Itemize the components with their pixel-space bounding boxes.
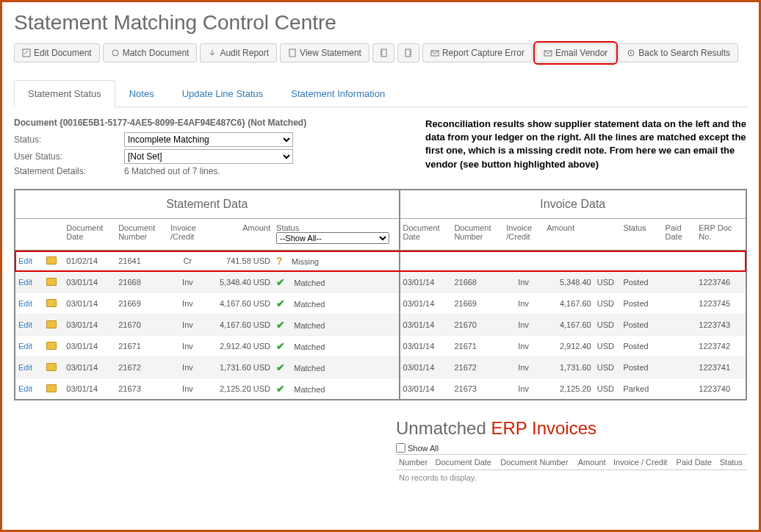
match-document-button[interactable]: Match Document	[103, 43, 198, 62]
svg-rect-4	[405, 49, 411, 57]
show-all-checkbox[interactable]	[396, 443, 405, 453]
edit-document-button[interactable]: Edit Document	[14, 43, 100, 62]
tab-statement-information[interactable]: Statement Information	[277, 80, 399, 107]
cell-paid-date	[663, 251, 696, 272]
cell-inv-cur: USD	[594, 314, 621, 336]
cell-number: 21669	[115, 293, 167, 314]
col-erp-doc-no: ERP Doc No.	[696, 219, 746, 251]
cell-inv-number	[451, 251, 503, 272]
col-status: Status	[717, 455, 747, 470]
cell-inv-status: Posted	[620, 314, 662, 336]
cell-inv-ic: Inv	[503, 378, 544, 400]
document-next-icon	[404, 48, 413, 57]
table-row: Edit01/02/1421641Cr741.58 USD? Missing	[15, 251, 746, 272]
edit-link[interactable]: Edit	[18, 256, 32, 265]
cell-amount: 741.58 USD	[208, 251, 273, 272]
tab-statement-status[interactable]: Statement Status	[14, 80, 115, 107]
cell-inv-amount	[544, 251, 594, 272]
col-doc-date: Document Date	[433, 455, 498, 470]
empty-message: No records to display.	[396, 470, 747, 486]
cell-erp: 1223746	[696, 272, 746, 293]
cell-status: ✔ Matched	[273, 357, 399, 378]
cell-inv-number: 21672	[451, 357, 503, 378]
table-row: Edit03/01/1421670Inv4,167.60 USD✔ Matche…	[15, 314, 746, 336]
cell-inv-cur: USD	[594, 272, 621, 293]
cell-paid-date	[663, 272, 696, 293]
toolbar: Edit Document Match Document Audit Repor…	[14, 43, 747, 62]
tab-notes[interactable]: Notes	[115, 80, 168, 107]
user-status-select[interactable]: [Not Set]	[124, 149, 293, 164]
cell-status: ? Missing	[273, 251, 399, 272]
cell-inv-date	[400, 251, 452, 272]
cell-date: 03/01/14	[63, 272, 115, 293]
cell-status: ✔ Matched	[273, 272, 399, 293]
cell-ic: Inv	[167, 378, 208, 400]
button-label: View Statement	[300, 48, 361, 58]
cell-ic: Inv	[167, 314, 208, 336]
folder-icon	[46, 384, 57, 392]
prev-document-button[interactable]	[372, 43, 394, 62]
folder-icon	[46, 256, 57, 265]
table-row: Edit03/01/1421668Inv5,348.40 USD✔ Matche…	[15, 272, 746, 293]
next-document-button[interactable]	[397, 43, 419, 62]
table-row: Edit03/01/1421669Inv4,167.60 USD✔ Matche…	[15, 293, 746, 314]
cell-inv-ic: Inv	[503, 357, 544, 378]
back-to-search-button[interactable]: Back to Search Results	[618, 43, 738, 62]
col-doc-date: Document Date	[63, 219, 115, 251]
cell-date: 03/01/14	[63, 293, 115, 314]
audit-report-button[interactable]: Audit Report	[200, 43, 277, 62]
cell-amount: 2,125.20 USD	[208, 378, 273, 400]
edit-link[interactable]: Edit	[18, 320, 32, 329]
col-amount: Amount	[575, 455, 610, 470]
view-statement-button[interactable]: View Statement	[280, 43, 369, 62]
edit-link[interactable]: Edit	[18, 299, 32, 308]
button-label: Audit Report	[220, 48, 269, 58]
cell-erp: 1223745	[696, 293, 746, 314]
svg-rect-2	[289, 49, 295, 57]
cell-amount: 1,731.60 USD	[208, 357, 273, 378]
document-icon	[288, 48, 297, 57]
user-status-label: User Status:	[14, 151, 124, 162]
table-row: Edit03/01/1421672Inv1,731.60 USD✔ Matche…	[15, 357, 746, 378]
check-icon: ✔	[276, 319, 285, 331]
cell-inv-amount: 4,167.60	[544, 314, 594, 336]
edit-link[interactable]: Edit	[18, 384, 32, 393]
col-amount: Amount	[208, 219, 273, 251]
col-paid-date: Paid Date	[663, 219, 696, 251]
edit-link[interactable]: Edit	[18, 342, 32, 351]
tab-update-line-status[interactable]: Update Line Status	[168, 80, 278, 107]
edit-link[interactable]: Edit	[18, 278, 32, 287]
cell-number: 21668	[115, 272, 167, 293]
cell-inv-ic: Inv	[503, 336, 544, 357]
refresh-icon	[111, 48, 120, 57]
status-filter-select[interactable]: --Show All--	[276, 232, 389, 244]
cell-date: 01/02/14	[63, 251, 115, 272]
table-row: Edit03/01/1421673Inv2,125.20 USD✔ Matche…	[15, 378, 746, 400]
cell-inv-number: 21671	[451, 336, 503, 357]
folder-icon	[46, 320, 57, 328]
col-invoice-credit: Invoice /Credit	[167, 219, 208, 251]
report-capture-error-button[interactable]: Report Capture Error	[422, 43, 533, 62]
cell-status: ✔ Matched	[273, 336, 399, 357]
status-select[interactable]: Incomplete Matching	[124, 132, 293, 147]
col-doc-number: Document Number	[115, 219, 167, 251]
unmatched-table: Number Document Date Document Number Amo…	[396, 455, 747, 485]
unmatched-title: Unmatched ERP Invoices	[396, 418, 747, 439]
edit-link[interactable]: Edit	[18, 363, 32, 372]
col-status: Status	[276, 223, 395, 232]
check-icon: ✔	[276, 383, 285, 395]
svg-rect-0	[23, 49, 30, 57]
statement-data-header: Statement Data	[15, 190, 400, 219]
email-vendor-button[interactable]: Email Vendor	[535, 43, 616, 62]
cell-amount: 4,167.60 USD	[208, 314, 273, 336]
cell-inv-amount: 5,348.40	[544, 272, 594, 293]
reconciliation-table: Statement Data Invoice Data Document Dat…	[14, 189, 747, 400]
cell-inv-date: 03/01/14	[400, 357, 452, 378]
cell-inv-date: 03/01/14	[400, 314, 452, 336]
cell-status: ✔ Matched	[273, 314, 399, 336]
cell-inv-date: 03/01/14	[400, 272, 452, 293]
col-paid-date: Paid Date	[674, 455, 717, 470]
col-inv-doc-date: Document Date	[400, 219, 452, 251]
button-label: Email Vendor	[555, 48, 607, 58]
folder-icon	[46, 278, 57, 286]
